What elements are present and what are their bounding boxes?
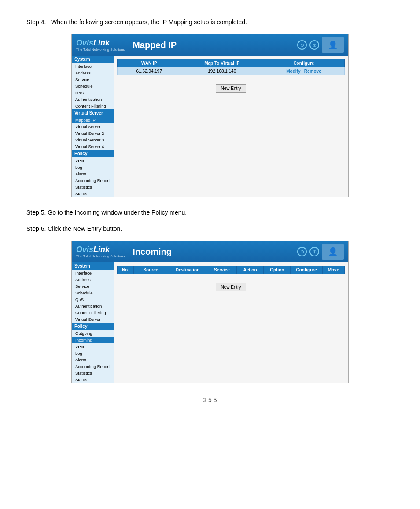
router2-logo: OvisLink The Total Networking Solutions <box>76 245 125 258</box>
router1-sidebar: System Interface Address Service Schedul… <box>72 56 114 197</box>
router2-sidebar: System Interface Address Service Schedul… <box>72 262 114 383</box>
sidebar1-alarm[interactable]: Alarm <box>72 171 114 177</box>
sidebar1-qos[interactable]: QoS <box>72 89 114 96</box>
sidebar2-service[interactable]: Service <box>72 283 114 290</box>
sidebar1-auth[interactable]: Authentication <box>72 96 114 103</box>
header2-icons: ⊕ ⊕ 👤 <box>297 244 344 260</box>
router2-body: System Interface Address Service Schedul… <box>72 262 348 383</box>
sidebar2-alarm[interactable]: Alarm <box>72 357 114 363</box>
router1-content: WAN IP Map To Virtual IP Configure 61.62… <box>114 56 348 197</box>
screenshot1-wrapper: OvisLink The Total Networking Solutions … <box>26 34 394 197</box>
sidebar2-policy[interactable]: Policy <box>72 323 114 330</box>
screenshot1-box: OvisLink The Total Networking Solutions … <box>71 34 349 197</box>
mappedip-row: 61.62.94.197 192.168.1.140 Modify Remove <box>118 67 345 75</box>
brand2-name: OvisLink <box>76 245 125 254</box>
col-configure: Configure <box>263 59 344 67</box>
brand2-tagline: The Total Networking Solutions <box>76 254 125 258</box>
sidebar2-stats[interactable]: Statistics <box>72 370 114 376</box>
sidebar2-interface[interactable]: Interface <box>72 270 114 276</box>
sidebar1-vs4[interactable]: Virtual Server 4 <box>72 143 114 150</box>
col-mapvip: Map To Virtual IP <box>181 59 263 67</box>
router2-header: OvisLink The Total Networking Solutions … <box>72 241 348 262</box>
sidebar1-interface[interactable]: Interface <box>72 63 114 70</box>
sidebar2-virtualserver[interactable]: Virtual Server <box>72 316 114 323</box>
cell-vip: 192.168.1.140 <box>181 67 263 75</box>
sidebar2-vpn[interactable]: VPN <box>72 343 114 350</box>
mappedip-table: WAN IP Map To Virtual IP Configure 61.62… <box>117 59 345 75</box>
sidebar2-address[interactable]: Address <box>72 276 114 283</box>
sidebar2-content[interactable]: Content Filtering <box>72 309 114 316</box>
sidebar1-vs3[interactable]: Virtual Server 3 <box>72 137 114 143</box>
step4-text: Step 4. When the following screen appear… <box>26 18 394 27</box>
sidebar2-qos[interactable]: QoS <box>72 296 114 303</box>
sidebar1-mappedip[interactable]: Mapped IP <box>72 117 114 123</box>
sidebar2-outgoing[interactable]: Outgoing <box>72 330 114 337</box>
sidebar1-vs2[interactable]: Virtual Server 2 <box>72 130 114 137</box>
new-entry2-button[interactable]: New Entry <box>216 283 246 291</box>
brand1-name: OvisLink <box>76 38 125 48</box>
sidebar1-stats[interactable]: Statistics <box>72 184 114 190</box>
screenshot2-box: OvisLink The Total Networking Solutions … <box>71 241 349 383</box>
header2-photo: 👤 <box>322 244 344 260</box>
col-move: Move <box>322 266 344 274</box>
remove-link[interactable]: Remove <box>304 69 321 74</box>
sidebar2-auth[interactable]: Authentication <box>72 303 114 309</box>
screen2-title: Incoming <box>133 247 172 257</box>
brand1-tagline: The Total Networking Solutions <box>76 48 125 52</box>
sidebar2-status[interactable]: Status <box>72 376 114 383</box>
header1-photo: 👤 <box>322 37 344 53</box>
screenshot2-wrapper: OvisLink The Total Networking Solutions … <box>26 241 394 383</box>
sidebar1-accounting[interactable]: Accounting Report <box>72 177 114 184</box>
step6-text: Step 6. Click the New Entry button. <box>26 224 394 234</box>
sidebar2-log[interactable]: Log <box>72 350 114 357</box>
new-entry2-container: New Entry <box>117 278 345 297</box>
router2-content: No. Source Destination Service Action Op… <box>114 262 348 383</box>
sidebar2-schedule[interactable]: Schedule <box>72 290 114 296</box>
sidebar1-vpn[interactable]: VPN <box>72 157 114 164</box>
col-destination: Destination <box>168 266 207 274</box>
globe1-icon: ⊕ <box>297 40 307 50</box>
router1-header: OvisLink The Total Networking Solutions … <box>72 34 348 56</box>
sidebar1-policy[interactable]: Policy <box>72 150 114 157</box>
cell-modifyremove[interactable]: Modify Remove <box>263 67 344 75</box>
sidebar1-virtualserver[interactable]: Virtual Server <box>72 109 114 117</box>
col-wanip: WAN IP <box>118 59 181 67</box>
col-configure2: Configure <box>291 266 322 274</box>
sidebar1-log[interactable]: Log <box>72 164 114 171</box>
sidebar1-status[interactable]: Status <box>72 190 114 197</box>
sidebar1-schedule[interactable]: Schedule <box>72 83 114 89</box>
sidebar2-accounting[interactable]: Accounting Report <box>72 363 114 370</box>
new-entry1-button[interactable]: New Entry <box>216 84 246 93</box>
col-source: Source <box>133 266 168 274</box>
modify-link[interactable]: Modify <box>286 69 300 74</box>
step5-text: Step 5. Go to the Incoming window under … <box>26 208 394 217</box>
header1-icons: ⊕ ⊕ 👤 <box>297 37 344 53</box>
globe2-icon: ⊕ <box>309 40 319 50</box>
sidebar1-system[interactable]: System <box>72 56 114 63</box>
page-number: 3 5 5 <box>26 397 394 404</box>
col-action: Action <box>236 266 263 274</box>
sidebar2-system[interactable]: System <box>72 262 114 270</box>
sidebar1-service[interactable]: Service <box>72 76 114 83</box>
router1-logo: OvisLink The Total Networking Solutions <box>76 38 125 52</box>
incoming-table: No. Source Destination Service Action Op… <box>117 266 345 274</box>
col-service: Service <box>207 266 237 274</box>
sidebar1-vs1[interactable]: Virtual Server 1 <box>72 123 114 130</box>
sidebar1-content[interactable]: Content Filtering <box>72 103 114 109</box>
screen1-title: Mapped IP <box>133 40 177 50</box>
col-option: Option <box>264 266 291 274</box>
cell-wanip: 61.62.94.197 <box>118 67 181 75</box>
sidebar1-address[interactable]: Address <box>72 70 114 76</box>
col-no: No. <box>118 266 134 274</box>
new-entry1-container: New Entry <box>117 79 345 98</box>
router1-body: System Interface Address Service Schedul… <box>72 56 348 197</box>
sidebar2-incoming[interactable]: Incoming <box>72 337 114 343</box>
globe4-icon: ⊕ <box>309 247 319 256</box>
globe3-icon: ⊕ <box>297 247 307 256</box>
